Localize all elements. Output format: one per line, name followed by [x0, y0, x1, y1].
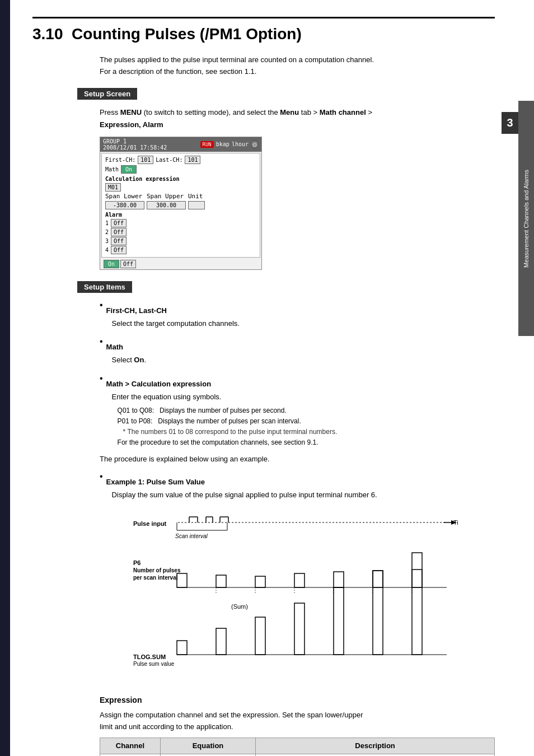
- expression-section: Expression Assign the computation channe…: [100, 694, 495, 756]
- ch-row: First-CH: 101 Last-CH: 101: [105, 156, 256, 164]
- svg-rect-40: [294, 603, 305, 655]
- bullet-1: •: [100, 301, 103, 310]
- setup-screen-label: Setup Screen: [77, 88, 137, 100]
- note-p01: P01 to P08: Displays the number of pulse…: [118, 416, 338, 427]
- svg-text:Number of pulses: Number of pulses: [133, 567, 181, 573]
- example-title: Example 1: Pulse Sum Value: [106, 477, 377, 488]
- svg-text:Scan interval: Scan interval: [175, 533, 208, 539]
- left-accent-bar: [0, 0, 10, 756]
- svg-rect-25: [294, 573, 305, 587]
- example-desc: Display the sum value of the pulse signa…: [112, 489, 377, 501]
- main-content: 3.10 Counting Pulses (/PM1 Option) The p…: [10, 0, 517, 756]
- device-header: GROUP 1 2008/12/01 17:58:42 RUN bkap lho…: [100, 137, 261, 152]
- alarm-row-1: 1 Off: [105, 219, 256, 227]
- expr-row: M01: [105, 183, 256, 192]
- run-button: RUN: [200, 141, 214, 148]
- svg-text:per scan interval: per scan interval: [133, 575, 178, 581]
- note-proc: For the procedure to set the computation…: [118, 437, 338, 448]
- device-body: First-CH: 101 Last-CH: 101 Math On Calcu…: [101, 153, 260, 258]
- device-icon: ◯: [251, 141, 259, 148]
- note-q01: Q01 to Q08: Displays the number of pulse…: [118, 405, 338, 416]
- bullet-4: •: [100, 472, 103, 481]
- item-desc-3: Enter the equation using symbols.: [112, 391, 338, 403]
- svg-rect-38: [216, 628, 226, 655]
- item-desc-2: Select On.: [112, 354, 146, 366]
- chapter-title: 3.10 Counting Pulses (/PM1 Option): [32, 25, 495, 43]
- device-screen-mockup: GROUP 1 2008/12/01 17:58:42 RUN bkap lho…: [100, 137, 262, 270]
- span-header-row: Span Lower Span Upper Unit: [105, 193, 256, 200]
- span-values-row: -380.00 300.00: [105, 201, 256, 209]
- item-title-1: First-CH, Last-CH: [106, 305, 240, 317]
- alarm-section: Alarm 1 Off 2 Off 3 Off 4 Off: [105, 212, 256, 254]
- chapter-header: 3.10 Counting Pulses (/PM1 Option): [32, 17, 495, 43]
- chapter-number-tab: 3: [502, 112, 518, 134]
- item-desc-1: Select the target computation channels.: [112, 318, 240, 330]
- expression-title: Expression: [100, 694, 495, 706]
- svg-text:Pulse input: Pulse input: [133, 520, 167, 527]
- svg-rect-22: [177, 573, 187, 587]
- pulse-chart: Pulse input Time Scan interv: [133, 509, 458, 688]
- svg-rect-23: [216, 575, 226, 587]
- proc-text: The procedure is explained below using a…: [100, 454, 495, 465]
- svg-rect-39: [255, 617, 265, 655]
- expression-desc: Assign the computation channel and set t…: [100, 710, 495, 733]
- bullet-3: •: [100, 374, 103, 383]
- svg-rect-43: [412, 553, 422, 655]
- bullet-2: •: [100, 337, 103, 346]
- svg-text:(Sum): (Sum): [231, 603, 248, 610]
- intro-text: The pulses applied to the pulse input te…: [100, 54, 495, 78]
- expression-table: Channel Equation Description 101 TLOG.SU…: [100, 738, 495, 756]
- item-calc-expr: • Math > Calculation expression Enter th…: [100, 373, 495, 448]
- setup-instruction: Press MENU (to switch to setting mode), …: [100, 106, 495, 131]
- item-math: • Math Select On.: [100, 336, 495, 368]
- alarm-row-2: 2 Off: [105, 228, 256, 236]
- item-title-3: Math > Calculation expression: [106, 379, 338, 390]
- item-example1: • Example 1: Pulse Sum Value Display the…: [100, 471, 495, 503]
- svg-rect-41: [334, 587, 344, 655]
- col-description: Description: [256, 738, 495, 754]
- col-channel: Channel: [100, 738, 161, 754]
- svg-rect-26: [334, 572, 344, 587]
- alarm-row-3: 3 Off: [105, 237, 256, 245]
- svg-text:TLOG.SUM: TLOG.SUM: [133, 654, 166, 660]
- setup-items-label: Setup Items: [77, 281, 132, 293]
- svg-text:Time: Time: [453, 519, 458, 526]
- col-equation: Equation: [160, 738, 255, 754]
- svg-rect-37: [177, 641, 187, 655]
- svg-rect-42: [373, 571, 383, 655]
- svg-text:Pulse sum value: Pulse sum value: [133, 661, 175, 667]
- device-footer: On Off: [100, 259, 261, 269]
- setup-items-content: • First-CH, Last-CH Select the target co…: [100, 300, 495, 756]
- svg-text:P6: P6: [133, 559, 140, 566]
- right-tab-label: Measurement Channels and Alarms: [522, 170, 530, 268]
- svg-rect-27: [373, 571, 383, 587]
- math-row: Math On: [105, 165, 256, 174]
- item-title-2: Math: [106, 342, 146, 353]
- note-star: * The numbers 01 to 08 correspond to the…: [123, 427, 338, 437]
- alarm-row-4: 4 Off: [105, 246, 256, 254]
- right-sidebar-tab: Measurement Channels and Alarms: [518, 101, 534, 336]
- svg-rect-24: [255, 576, 265, 587]
- svg-rect-28: [412, 570, 422, 587]
- calc-section-label: Calculation expression: [105, 176, 256, 182]
- pulse-chart-svg: Pulse input Time Scan interv: [133, 509, 458, 688]
- item-first-last-ch: • First-CH, Last-CH Select the target co…: [100, 300, 495, 332]
